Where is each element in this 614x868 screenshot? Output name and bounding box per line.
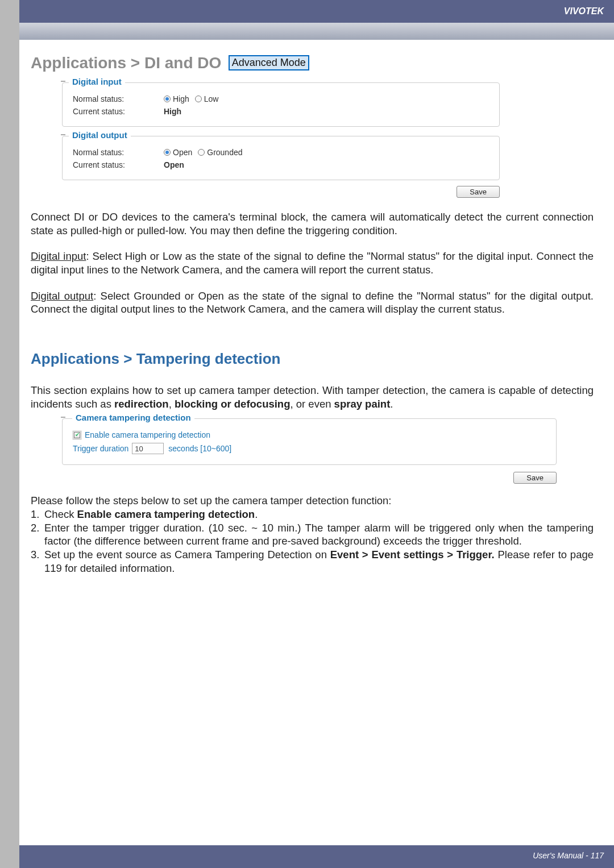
do-current-value: Open — [164, 160, 184, 169]
para-digital-output: Digital output: Select Grounded or Open … — [31, 289, 594, 316]
intro-c: , — [169, 398, 175, 410]
trigger-duration-label: Trigger duration — [73, 444, 128, 453]
advanced-mode-badge: Advanced Mode — [229, 55, 309, 70]
save-button[interactable]: Save — [457, 186, 500, 198]
radio-dot-icon — [164, 149, 171, 156]
save-row-1: Save — [62, 186, 500, 198]
intro-f: spray paint — [334, 398, 391, 410]
trigger-duration-input[interactable] — [132, 443, 164, 454]
do-opt-open: Open — [173, 148, 192, 157]
di-current-value: High — [164, 107, 181, 116]
di-radio-high[interactable]: High — [164, 94, 189, 103]
do-normal-label: Normal status: — [73, 148, 164, 157]
step1-a: Check — [44, 508, 77, 520]
di-current-label: Current status: — [73, 107, 164, 116]
check-icon: ✔ — [74, 432, 80, 438]
do-opt-grounded: Grounded — [207, 148, 242, 157]
para-di-head: Digital input — [31, 250, 86, 262]
digital-output-legend: Digital output — [69, 130, 131, 140]
do-normal-row: Normal status: Open Grounded — [73, 148, 489, 157]
legend-tick — [61, 417, 65, 418]
step2-text: Enter the tamper trigger duration. (10 s… — [44, 521, 594, 548]
digital-output-group: Digital output Normal status: Open Groun… — [62, 136, 500, 180]
para-do-head: Digital output — [31, 290, 93, 302]
di-opt-low: Low — [204, 94, 219, 103]
di-normal-row: Normal status: High Low — [73, 94, 489, 103]
brand-bar: VIVOTEK — [19, 0, 614, 23]
step1-c: . — [255, 508, 258, 520]
di-normal-label: Normal status: — [73, 94, 164, 103]
intro-e: , or even — [290, 398, 334, 410]
do-current-label: Current status: — [73, 160, 164, 169]
left-strip — [0, 0, 19, 868]
step-1-number: 1. — [31, 508, 44, 521]
save-button[interactable]: Save — [513, 472, 557, 484]
step3-b: Event > Event settings > Trigger. — [330, 549, 495, 560]
di-radio-low[interactable]: Low — [195, 94, 219, 103]
step-3: 3. Set up the event source as Camera Tam… — [31, 548, 594, 575]
trigger-duration-units: seconds [10~600] — [168, 444, 231, 453]
step-2-number: 2. — [31, 521, 44, 548]
tampering-group: Camera tampering detection ✔ Enable came… — [62, 418, 500, 465]
digital-input-legend: Digital input — [69, 77, 125, 86]
para-di-body: : Select High or Low as the state of the… — [31, 250, 594, 276]
footer-bar — [19, 845, 614, 868]
step1-b: Enable camera tampering detection — [77, 508, 255, 520]
tampering-legend: Camera tampering detection — [72, 413, 194, 422]
do-radio-grounded[interactable]: Grounded — [198, 148, 242, 157]
intro-d: blocking or defocusing — [175, 398, 291, 410]
save-row-2: Save — [62, 472, 557, 484]
step3-a: Set up the event source as Camera Tamper… — [44, 549, 330, 560]
footer-text: User's Manual - 117 — [533, 851, 604, 860]
tampering-enable-label: Enable camera tampering detection — [85, 430, 210, 439]
section2-intro: This section explains how to set up came… — [31, 384, 594, 410]
digital-input-group: Digital input Normal status: High Low Cu… — [62, 82, 500, 127]
legend-tick — [61, 81, 65, 82]
tampering-enable-row: ✔ Enable camera tampering detection — [73, 430, 546, 439]
section1-title: Applications > DI and DO — [31, 54, 221, 72]
tampering-enable-checkbox[interactable]: ✔ — [73, 431, 81, 439]
step-3-number: 3. — [31, 548, 44, 575]
radio-dot-icon — [164, 95, 171, 102]
section1-heading-row: Applications > DI and DO Advanced Mode — [31, 54, 594, 72]
trigger-duration-row: Trigger duration seconds [10~600] — [73, 443, 546, 454]
para-digital-input: Digital input: Select High or Low as the… — [31, 250, 594, 276]
di-current-row: Current status: High — [73, 107, 489, 116]
do-current-row: Current status: Open — [73, 160, 489, 169]
steps-intro: Please follow the steps below to set up … — [31, 494, 594, 508]
section2-title: Applications > Tampering detection — [31, 350, 594, 368]
intro-b: redirection — [114, 398, 169, 410]
steps-block: Please follow the steps below to set up … — [31, 494, 594, 575]
di-opt-high: High — [173, 94, 189, 103]
legend-tick — [61, 134, 65, 135]
top-band — [19, 23, 614, 40]
do-radio-open[interactable]: Open — [164, 148, 192, 157]
intro-g: . — [390, 398, 393, 410]
brand-text: VIVOTEK — [564, 6, 604, 16]
radio-dot-icon — [195, 95, 202, 102]
radio-dot-icon — [198, 149, 205, 156]
step-2: 2. Enter the tamper trigger duration. (1… — [31, 521, 594, 548]
para-connect: Connect DI or DO devices to the camera's… — [31, 210, 594, 237]
para-do-body: : Select Grounded or Open as the state o… — [31, 290, 594, 315]
step-1: 1. Check Enable camera tampering detecti… — [31, 508, 594, 521]
